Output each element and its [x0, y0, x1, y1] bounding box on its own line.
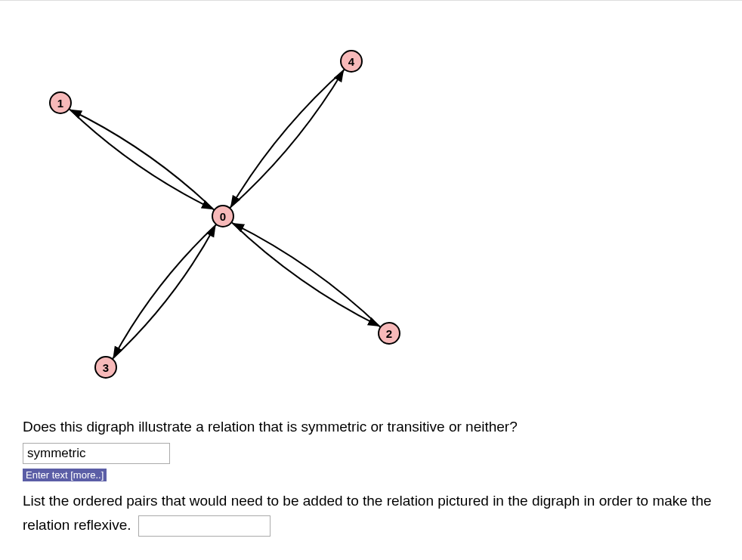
- edge-1-0: [69, 109, 212, 209]
- node-label-4: 4: [348, 55, 355, 68]
- question2-input[interactable]: [138, 515, 271, 537]
- question2-text: List the ordered pairs that would need t…: [23, 489, 719, 538]
- edge-3-0: [113, 226, 215, 358]
- edge-0-1: [71, 110, 215, 210]
- question1-input[interactable]: [23, 443, 170, 464]
- node-label-2: 2: [386, 327, 392, 340]
- question-body: 01234 Does this digraph illustrate a rel…: [0, 1, 742, 545]
- node-label-0: 0: [220, 210, 226, 223]
- digraph-svg: 01234: [23, 23, 416, 401]
- edge-0-4: [230, 71, 343, 208]
- node-label-3: 3: [103, 361, 109, 374]
- node-label-1: 1: [57, 97, 63, 110]
- edge-0-3: [113, 224, 216, 357]
- question1-text: Does this digraph illustrate a relation …: [23, 416, 719, 438]
- edge-0-2: [231, 222, 379, 326]
- edge-4-0: [231, 70, 345, 206]
- question2-text-span: List the ordered pairs that would need t…: [23, 493, 712, 533]
- digraph: 01234: [23, 23, 416, 401]
- edge-2-0: [233, 224, 381, 327]
- input-hint-badge[interactable]: Enter text [more..]: [23, 469, 107, 481]
